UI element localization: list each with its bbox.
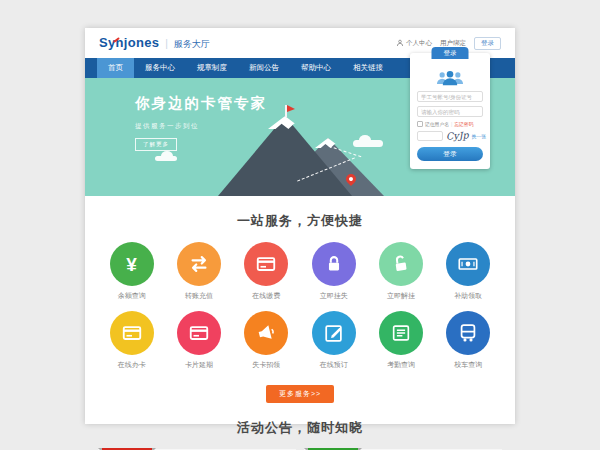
service-online-card-apply[interactable]: 在线办卡 — [98, 311, 165, 370]
brand-logo[interactable]: Synjones | 服务大厅 — [99, 35, 210, 51]
card-extend-icon — [177, 311, 221, 355]
attendance-list-icon — [379, 311, 423, 355]
brand-divider: | — [165, 38, 168, 49]
service-label: 卡片延期 — [185, 360, 213, 370]
divider: | — [451, 122, 452, 127]
cloud-icon-small — [155, 156, 177, 161]
captcha-image[interactable]: CyJp — [446, 129, 469, 142]
remember-row: 记住用户名 | 忘记密码 — [417, 121, 483, 127]
remember-label: 记住用户名 — [425, 121, 449, 127]
captcha-refresh-link[interactable]: 换一张 — [472, 133, 486, 139]
service-label: 立即解挂 — [387, 291, 415, 301]
transfer-arrows-icon — [177, 242, 221, 286]
service-label: 失卡招领 — [252, 360, 280, 370]
service-label: 转账充值 — [185, 291, 213, 301]
user-icon — [396, 39, 404, 47]
hero-cta-button[interactable]: 了解更多 — [135, 138, 177, 151]
brand-suffix: 服务大厅 — [174, 38, 210, 51]
brand-name: Synjones — [99, 35, 159, 50]
service-lost-card-claim[interactable]: 失卡招领 — [233, 311, 300, 370]
remember-checkbox[interactable] — [417, 121, 423, 127]
personal-center-label: 个人中心 — [406, 39, 432, 48]
cloud-icon — [353, 140, 383, 147]
more-services-wrap: 更多服务>> — [85, 382, 515, 403]
bus-icon — [446, 311, 490, 355]
announcements-section: 活动公告，随时知晓 使用指南 最新公告 更多>> 使用指南 更多>> — [85, 407, 515, 450]
password-input[interactable] — [417, 106, 483, 117]
lock-icon — [312, 242, 356, 286]
more-services-button[interactable]: 更多服务>> — [266, 385, 334, 403]
account-input[interactable] — [417, 91, 483, 102]
service-cancel-loss[interactable]: 立即解挂 — [367, 242, 434, 301]
card-apply-icon — [110, 311, 154, 355]
service-card-extension[interactable]: 卡片延期 — [165, 311, 232, 370]
service-label: 补助领取 — [454, 291, 482, 301]
announcements-title: 活动公告，随时知晓 — [85, 419, 515, 437]
megaphone-icon — [244, 311, 288, 355]
edit-pencil-icon — [312, 311, 356, 355]
login-panel: 登录 记住用户名 | 忘记密码 CyJp 换一张 登录 — [410, 53, 490, 169]
services-grid: ¥ 余额查询 转账充值 在线缴费 — [98, 242, 502, 370]
service-subsidy-collect[interactable]: 补助领取 — [435, 242, 502, 301]
services-section: 一站服务，方便快捷 ¥ 余额查询 转账充值 在线缴费 — [85, 196, 515, 403]
header-login-button[interactable]: 登录 — [474, 37, 501, 50]
personal-center-link[interactable]: 个人中心 — [396, 39, 432, 48]
unlock-icon — [379, 242, 423, 286]
captcha-row: CyJp 换一张 — [417, 130, 483, 141]
captcha-input[interactable] — [417, 131, 443, 141]
services-title: 一站服务，方便快捷 — [85, 212, 515, 230]
nav-item-rules[interactable]: 规章制度 — [186, 58, 238, 78]
users-group-icon — [417, 69, 483, 86]
service-label: 余额查询 — [118, 291, 146, 301]
portal-page: Synjones | 服务大厅 个人中心 用户绑定 登录 首页 服务中心 规章制… — [85, 28, 515, 424]
nav-item-news[interactable]: 新闻公告 — [238, 58, 290, 78]
nav-item-links[interactable]: 相关链接 — [342, 58, 394, 78]
forgot-password-link[interactable]: 忘记密码 — [454, 121, 473, 127]
nav-item-home[interactable]: 首页 — [97, 58, 134, 78]
service-online-payment[interactable]: 在线缴费 — [233, 242, 300, 301]
service-label: 校车查询 — [454, 360, 482, 370]
service-report-loss[interactable]: 立即挂失 — [300, 242, 367, 301]
banknote-icon — [446, 242, 490, 286]
login-submit-button[interactable]: 登录 — [417, 147, 483, 161]
service-label: 在线缴费 — [252, 291, 280, 301]
service-transfer-recharge[interactable]: 转账充值 — [165, 242, 232, 301]
hero-banner: 你身边的卡管专家 提供服务一步到位 了解更多 登录 — [85, 78, 515, 196]
summit-flag-icon — [287, 105, 295, 112]
nav-item-help[interactable]: 帮助中心 — [290, 58, 342, 78]
service-attendance-inquiry[interactable]: 考勤查询 — [367, 311, 434, 370]
service-balance-inquiry[interactable]: ¥ 余额查询 — [98, 242, 165, 301]
mountain-illustration — [200, 104, 410, 196]
login-tab[interactable]: 登录 — [432, 47, 469, 59]
service-label: 在线办卡 — [118, 360, 146, 370]
nav-item-service-center[interactable]: 服务中心 — [134, 58, 186, 78]
service-online-booking[interactable]: 在线预订 — [300, 311, 367, 370]
balance-yen-icon: ¥ — [110, 242, 154, 286]
service-label: 考勤查询 — [387, 360, 415, 370]
service-school-bus-inquiry[interactable]: 校车查询 — [435, 311, 502, 370]
service-label: 在线预订 — [320, 360, 348, 370]
payment-card-icon — [244, 242, 288, 286]
desktop-background: Synjones | 服务大厅 个人中心 用户绑定 登录 首页 服务中心 规章制… — [0, 0, 600, 450]
service-label: 立即挂失 — [320, 291, 348, 301]
